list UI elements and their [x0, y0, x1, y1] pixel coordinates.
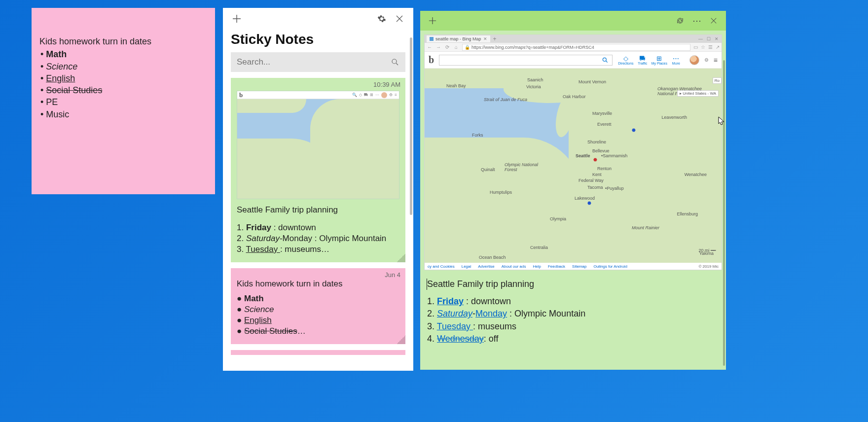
lock-icon: 🔒	[465, 45, 470, 50]
cards-scroll[interactable]: 10:39 AMb🔍◇⛟⊞⋯⚙≡Seattle Family trip plan…	[223, 78, 413, 371]
footer-link[interactable]: Outings for Android	[593, 264, 627, 269]
footer-link[interactable]: About our ads	[502, 264, 526, 269]
footer-link[interactable]: Feedback	[548, 264, 565, 269]
sync-icon	[676, 17, 684, 25]
map-canvas[interactable]: Seattle •Sammamish Bellevue Saanich Vict…	[425, 69, 722, 263]
note-line: 2. Saturday-Monday : Olympic Mountain	[427, 308, 719, 320]
close-icon	[396, 15, 403, 23]
new-tab-button[interactable]: +	[491, 35, 499, 42]
reading-view-icon[interactable]: ▭	[693, 44, 698, 50]
note-line: 1. Friday : downtown	[427, 295, 719, 308]
map-tool-my-places[interactable]: ⊞My Places	[651, 55, 668, 65]
footer-link[interactable]: Help	[533, 264, 541, 269]
url-text: https://www.bing.com/maps?q=seattle+map&…	[471, 45, 594, 50]
map-thumbnail: b🔍◇⛟⊞⋯⚙≡	[237, 91, 399, 199]
fold-corner-icon	[397, 253, 405, 262]
browser-tabs: seattle map - Bing Map ✕ + — ☐ ✕	[425, 35, 722, 43]
green-note-toolbar: ⋯	[420, 11, 726, 31]
card-line: ● English	[237, 316, 399, 325]
link[interactable]: Friday	[437, 296, 464, 306]
share-icon[interactable]: ↗	[716, 44, 720, 50]
new-note-button[interactable]	[424, 12, 441, 29]
list-item: Music	[39, 108, 207, 120]
green-note-body[interactable]: seattle map - Bing Map ✕ + — ☐ ✕ ← → ⟳ ⌂…	[420, 31, 726, 370]
footer-link[interactable]: cy and Cookies	[428, 264, 455, 269]
card-title: Seattle Family trip planning	[237, 205, 399, 215]
map-search-input[interactable]	[439, 55, 613, 66]
search-icon[interactable]	[598, 55, 612, 65]
home-icon[interactable]: ⌂	[453, 44, 459, 50]
card-line: ● Math	[237, 294, 399, 304]
footer-link[interactable]: Legal	[462, 264, 471, 269]
list-item: Science	[39, 61, 207, 72]
gear-icon	[377, 14, 386, 23]
sync-button[interactable]	[672, 12, 688, 29]
list-item: PE	[39, 96, 207, 108]
link[interactable]: Monday	[475, 309, 507, 318]
card-line: 1. Friday : downtown	[237, 223, 399, 233]
search-box[interactable]	[231, 52, 405, 72]
settings-button[interactable]	[373, 10, 391, 28]
note-line: 3. Tuesday : museums	[427, 320, 719, 333]
green-sticky-note: ⋯ seattle map - Bing Map ✕ + — ☐ ✕	[420, 11, 726, 370]
pink-sticky-note[interactable]: Kids homework turn in dates MathScienceE…	[32, 8, 215, 194]
plus-icon	[232, 14, 241, 23]
green-note-text[interactable]: Seattle Family trip planning 1. Friday :…	[424, 270, 722, 345]
rewards-icon[interactable]: ⚙	[704, 57, 709, 63]
svg-point-1	[603, 58, 606, 61]
note-card[interactable]	[231, 350, 405, 355]
browser-tab[interactable]: seattle map - Bing Map ✕	[427, 35, 490, 42]
map-tool-traffic[interactable]: ⛟Traffic	[634, 55, 651, 65]
search-input[interactable]	[237, 57, 391, 67]
app-title: Sticky Notes	[223, 30, 413, 52]
embedded-browser: seattle map - Bing Map ✕ + — ☐ ✕ ← → ⟳ ⌂…	[424, 35, 722, 270]
note-card[interactable]: Jun 4Kids homework turn in dates● Math● …	[231, 268, 405, 344]
search-icon	[391, 58, 399, 67]
menu-button[interactable]: ⋯	[688, 12, 705, 29]
map-tool-more[interactable]: ⋯More	[668, 55, 685, 65]
close-icon[interactable]: ✕	[715, 36, 719, 41]
minimize-icon[interactable]: —	[698, 36, 703, 41]
close-button[interactable]	[391, 10, 408, 28]
plus-icon	[429, 17, 436, 25]
bing-logo-icon[interactable]: b	[429, 54, 434, 66]
note-heading: Seattle Family trip planning	[427, 278, 719, 290]
list-item: Social Studies	[39, 84, 207, 96]
card-line: 2. Saturday-Monday : Olympic Mountain	[237, 234, 399, 244]
favorites-list-icon[interactable]: ☰	[708, 44, 713, 50]
hamburger-icon[interactable]: ≡	[714, 56, 718, 64]
link[interactable]: Tuesday	[437, 321, 473, 331]
card-line: ● Science	[237, 305, 399, 315]
forward-icon[interactable]: →	[435, 44, 441, 50]
scrollbar[interactable]	[723, 60, 725, 366]
layers-badge[interactable]: Ro	[713, 77, 722, 84]
pink-note-title: Kids homework turn in dates	[39, 35, 207, 47]
maximize-icon[interactable]: ☐	[707, 36, 711, 41]
map-footer: cy and CookiesLegalAdvertiseAbout our ad…	[425, 263, 722, 270]
user-avatar[interactable]	[689, 55, 699, 65]
notes-list-toolbar	[223, 8, 413, 30]
refresh-icon[interactable]: ⟳	[444, 44, 450, 50]
favorite-icon[interactable]: ☆	[701, 44, 705, 50]
close-icon	[710, 17, 717, 24]
map-tool-directions[interactable]: ◇Directions	[617, 55, 634, 65]
footer-link[interactable]: Sitemap	[572, 264, 586, 269]
tab-close-icon[interactable]: ✕	[483, 36, 487, 41]
back-icon[interactable]: ←	[427, 44, 433, 50]
list-item: English	[39, 72, 207, 84]
notes-list-window: Sticky Notes 10:39 AMb🔍◇⛟⊞⋯⚙≡Seattle Fam…	[223, 8, 413, 371]
fold-corner-icon	[397, 335, 405, 344]
list-item: Math	[39, 48, 207, 60]
close-button[interactable]	[705, 12, 722, 29]
new-note-button[interactable]	[228, 10, 246, 28]
link[interactable]: Wednesday	[437, 334, 484, 344]
region-badge[interactable]: ▸ United States - WA	[677, 90, 719, 97]
link[interactable]: Saturday	[437, 309, 472, 318]
timestamp: 10:39 AM	[373, 81, 400, 88]
favicon-icon	[430, 37, 434, 41]
timestamp: Jun 4	[385, 271, 400, 279]
address-bar[interactable]: 🔒 https://www.bing.com/maps?q=seattle+ma…	[462, 44, 690, 51]
footer-link[interactable]: Advertise	[478, 264, 494, 269]
copyright: © 2019 Mic	[698, 264, 719, 269]
note-card[interactable]: 10:39 AMb🔍◇⛟⊞⋯⚙≡Seattle Family trip plan…	[231, 78, 405, 262]
